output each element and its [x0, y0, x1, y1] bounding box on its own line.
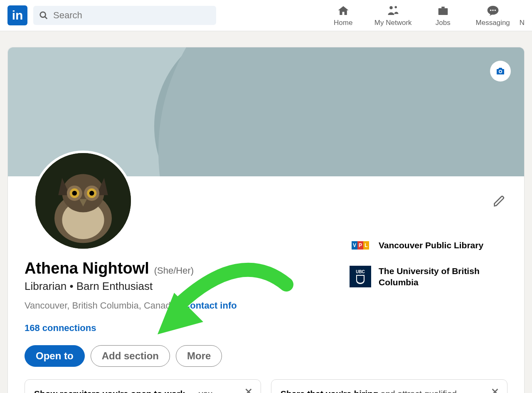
pencil-icon [493, 195, 505, 208]
nav-cutoff-text: N [518, 4, 525, 27]
ubc-logo: UBC [350, 266, 371, 287]
org-name: Vancouver Public Library [379, 240, 483, 251]
promo-text: Share that you're hiring and attract qua… [281, 388, 485, 393]
network-icon [387, 5, 399, 17]
avatar-image [35, 153, 131, 249]
promo-text: Show recruiters you're open to work — yo… [34, 388, 238, 393]
open-to-button[interactable]: Open to [25, 345, 85, 367]
nav-jobs[interactable]: Jobs [418, 4, 468, 27]
svg-point-0 [40, 12, 46, 17]
connections-link[interactable]: 168 connections [25, 323, 350, 334]
nav-messaging[interactable]: Messaging [468, 4, 518, 27]
linkedin-logo[interactable]: in [7, 5, 27, 25]
camera-icon [495, 66, 505, 76]
edit-profile-button[interactable] [491, 193, 507, 210]
promo-open-to-work: Show recruiters you're open to work — yo… [25, 379, 261, 393]
promo-cards: Show recruiters you're open to work — yo… [8, 379, 524, 393]
svg-point-19 [72, 191, 77, 196]
svg-point-8 [494, 10, 495, 11]
org-name: The University of British Columbia [379, 265, 507, 288]
close-icon [490, 387, 500, 393]
search-icon [39, 11, 48, 20]
add-section-button[interactable]: Add section [91, 345, 170, 367]
svg-line-1 [45, 17, 47, 19]
profile-location: Vancouver, British Columbia, Canada [25, 300, 176, 311]
promo-close[interactable] [244, 387, 253, 393]
contact-info-link[interactable]: Contact info [183, 300, 236, 311]
svg-rect-4 [438, 8, 448, 15]
svg-point-10 [500, 71, 502, 73]
home-icon [337, 5, 350, 17]
nav-items: Home My Network Jobs Messaging N [318, 4, 525, 27]
profile-pronouns: (She/Her) [154, 265, 194, 276]
briefcase-icon [437, 5, 449, 17]
edit-banner-button[interactable] [490, 61, 511, 82]
close-icon [244, 387, 253, 393]
nav-home[interactable]: Home [318, 4, 368, 27]
profile-headline: Librarian • Barn Enthusiast [25, 280, 350, 293]
search-container[interactable] [33, 6, 216, 25]
organizations: VPL Vancouver Public Library UBC The Uni… [350, 193, 507, 367]
svg-text:UBC: UBC [356, 269, 365, 274]
nav-label: Jobs [436, 19, 451, 27]
search-input[interactable] [53, 10, 210, 21]
vpl-logo: VPL [350, 235, 371, 256]
profile-card: Athena Nightowl (She/Her) Librarian • Ba… [7, 47, 525, 393]
messaging-icon [486, 4, 500, 17]
svg-point-7 [492, 10, 493, 11]
svg-point-3 [394, 6, 397, 9]
more-button[interactable]: More [176, 345, 222, 367]
org-item[interactable]: UBC The University of British Columbia [350, 265, 507, 288]
location-row: Vancouver, British Columbia, Canada · Co… [25, 300, 350, 311]
profile-actions: Open to Add section More [25, 345, 350, 367]
promo-close[interactable] [490, 387, 500, 393]
svg-point-20 [89, 191, 94, 196]
promo-hiring: Share that you're hiring and attract qua… [271, 379, 507, 393]
profile-avatar[interactable] [33, 151, 133, 251]
nav-label: Home [334, 19, 352, 27]
profile-name: Athena Nightowl [25, 260, 149, 277]
org-item[interactable]: VPL Vancouver Public Library [350, 235, 507, 256]
svg-point-6 [490, 10, 491, 11]
nav-label: My Network [374, 19, 412, 27]
nav-label: Messaging [476, 19, 510, 27]
svg-point-2 [389, 6, 393, 10]
nav-network[interactable]: My Network [368, 4, 418, 27]
linkedin-logo-text: in [12, 8, 23, 22]
top-navbar: in Home My Network Jobs [0, 0, 532, 31]
